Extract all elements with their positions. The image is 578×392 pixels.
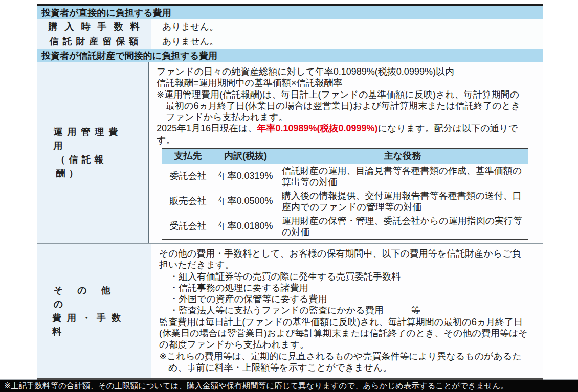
row-label-management-fee: 運用管理費用 （信託報酬）: [37, 62, 149, 243]
row-label-line2: （信託報酬）: [56, 154, 107, 178]
cell-payee: 販売会社: [162, 189, 214, 214]
table-row-itaku: 委託会社 年率0.0319% 信託財産の運用、目論見書等各種書類の作成、基準価額…: [162, 164, 528, 189]
current-rate-highlight: 年率0.10989%(税抜0.0999%): [257, 123, 378, 133]
row-label-line1: 運用管理費用: [54, 127, 123, 151]
footer-disclaimer-bar: ※上記手数料等の合計額、その上限額については、購入金額や保有期間等に応じて異なり…: [0, 379, 578, 392]
cell-role: 運用財産の保管・管理、委託会社からの運用指図の実行等の対価: [277, 214, 528, 239]
row-value-retention-amount: ありません。: [151, 34, 543, 49]
table-row-management-fee: 運用管理費用 （信託報酬） ファンドの日々の純資産総額に対して年率0.10989…: [37, 62, 543, 243]
table-row-purchase-fee: 購入時手数料 ありません。: [37, 19, 543, 34]
other-fees-bullet-3: ・外国での資産の保管等に要する費用: [159, 293, 528, 305]
column-header-rate: 内訳(税抜): [214, 148, 277, 164]
cell-rate: 年率0.0180%: [214, 214, 277, 239]
row-label-retention-amount: 信託財産留保額: [37, 34, 151, 49]
cell-payee: 受託会社: [162, 214, 214, 239]
fees-table: 投資者が直接的に負担する費用 購入時手数料 ありません。 信託財産留保額 ありま…: [37, 4, 543, 380]
row-label-line2: 費用・手数料: [52, 313, 126, 337]
row-label-line1: その他の: [54, 285, 125, 309]
other-fees-bullet-1: ・組入有価証券等の売買の際に発生する売買委託手数料: [159, 271, 528, 282]
other-fees-bullet-2: ・信託事務の処理に要する諸費用: [159, 282, 528, 293]
other-fees-intro: その他の費用・手数料として、お客様の保有期間中、以下の費用等を信託財産からご負担…: [159, 248, 528, 271]
other-fees-note: ※これらの費用等は、定期的に見直されるものや売買条件等により異なるものがあるため…: [159, 351, 528, 374]
current-rate-prefix: 2025年1月16日現在は、: [157, 123, 257, 133]
other-fees-content: その他の費用・手数料として、お客様の保有期間中、以下の費用等を信託財産からご負担…: [151, 244, 543, 378]
management-fee-rate-line: ファンドの日々の純資産総額に対して年率0.10989%(税抜0.0999%)以内: [157, 66, 528, 77]
column-header-payee: 支払先: [162, 148, 214, 164]
cell-rate: 年率0.0319%: [214, 164, 277, 189]
cell-payee: 委託会社: [162, 164, 214, 189]
row-label-text: 購入時手数料: [49, 20, 147, 33]
table-row-jutaku: 受託会社 年率0.0180% 運用財産の保管・管理、委託会社からの運用指図の実行…: [162, 214, 528, 239]
cell-rate: 年率0.0500%: [214, 189, 277, 214]
management-fee-note: ※運用管理費用(信託報酬)は、毎日計上(ファンドの基準価額に反映)され、毎計算期…: [157, 89, 528, 123]
section-header-direct-fees: 投資者が直接的に負担する費用: [37, 6, 543, 19]
fee-breakdown-table: 支払先 内訳(税抜) 主な役務 委託会社 年率0.0319% 信託財産の運用、目…: [162, 148, 528, 240]
row-value-purchase-fee: ありません。: [151, 19, 543, 34]
row-label-text: 信託財産留保額: [50, 35, 143, 48]
section-header-indirect-fees: 投資者が信託財産で間接的に負担する費用: [37, 49, 543, 62]
breakdown-header-row: 支払先 内訳(税抜) 主な役務: [162, 148, 528, 164]
management-fee-content: ファンドの日々の純資産総額に対して年率0.10989%(税抜0.0999%)以内…: [149, 62, 543, 243]
table-row-retention-amount: 信託財産留保額 ありません。: [37, 34, 543, 49]
cell-role: 購入後の情報提供、交付運用報告書等各種書類の送付、口座内でのファンドの管理等の対…: [277, 189, 528, 214]
cell-role: 信託財産の運用、目論見書等各種書類の作成、基準価額の算出等の対価: [277, 164, 528, 189]
row-label-other-fees: その他の 費用・手数料: [37, 244, 151, 378]
table-row-hanbai: 販売会社 年率0.0500% 購入後の情報提供、交付運用報告書等各種書類の送付、…: [162, 189, 528, 214]
table-row-other-fees: その他の 費用・手数料 その他の費用・手数料として、お客様の保有期間中、以下の費…: [37, 243, 543, 378]
other-fees-bullet-4: ・監査法人等に支払うファンドの監査にかかる費用 等: [159, 305, 528, 316]
other-fees-audit-paragraph: 監査費用は毎日計上(ファンドの基準価額に反映)され、毎計算期間の最初の6ヵ月終了…: [159, 316, 528, 351]
management-fee-formula-line: 信託報酬=運用期間中の基準価額×信託報酬率: [157, 77, 528, 88]
management-fee-current-line: 2025年1月16日現在は、年率0.10989%(税抜0.0999%)になります…: [157, 123, 528, 146]
row-label-purchase-fee: 購入時手数料: [37, 19, 151, 34]
column-header-role: 主な役務: [277, 148, 528, 164]
